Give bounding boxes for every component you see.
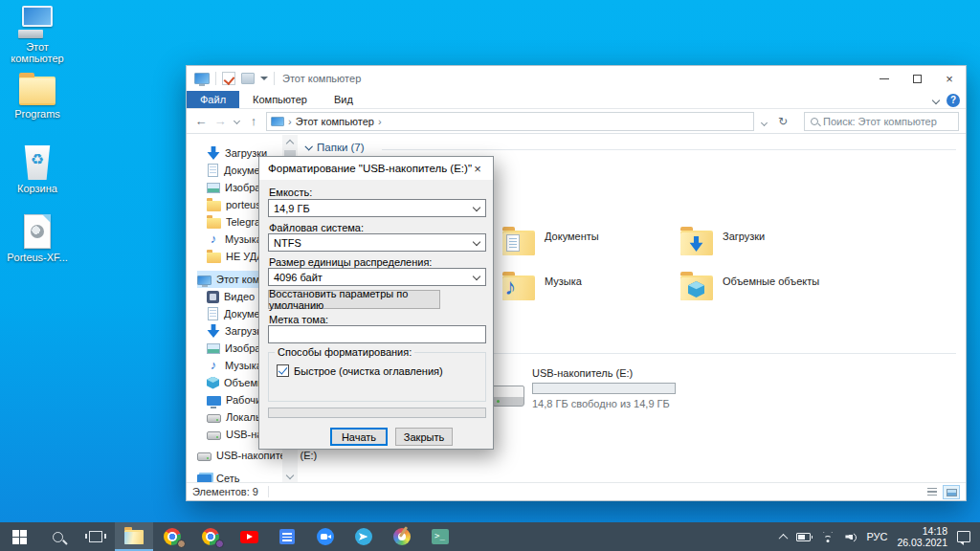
folder-icon — [680, 274, 713, 300]
nav-item[interactable]: ♪Музыка — [207, 231, 262, 248]
taskbar-button-task-view[interactable] — [77, 522, 115, 551]
taskbar-button-google-docs[interactable] — [268, 522, 306, 551]
quick-format-checkbox[interactable] — [277, 364, 289, 377]
taskbar-button-start[interactable] — [0, 522, 38, 551]
properties-icon[interactable] — [222, 72, 235, 85]
breadcrumb-root[interactable]: Этот компьютер — [296, 116, 374, 127]
taskbar-button-paint[interactable] — [383, 522, 421, 551]
tray-expand-icon[interactable] — [779, 533, 789, 542]
wifi-icon[interactable] — [820, 532, 835, 542]
taskbar: РУС 14:18 26.03.2021 — [0, 522, 980, 551]
nav-item[interactable]: ♪Музыка — [207, 357, 262, 374]
close-dialog-button[interactable]: Закрыть — [395, 428, 453, 446]
ribbon-collapse-icon[interactable] — [932, 96, 940, 103]
thumbnail-view-icon — [947, 489, 957, 496]
recycle-bin-icon — [23, 145, 52, 180]
search-icon — [53, 532, 63, 542]
scroll-down-icon[interactable] — [286, 472, 294, 479]
desktop-icon-recycle-bin[interactable]: Корзина — [4, 145, 71, 194]
title-bar: Этот компьютер × — [187, 66, 966, 91]
customize-toolbar-arrow-icon[interactable] — [260, 77, 268, 84]
document-icon — [208, 164, 218, 177]
taskbar-button-explorer[interactable] — [115, 522, 153, 551]
desktop-icon — [207, 396, 221, 406]
tab-вид[interactable]: Вид — [321, 91, 367, 108]
restore-defaults-button[interactable]: Восстановить параметры по умолчанию — [268, 290, 440, 309]
taskbar-button-zoom[interactable] — [306, 522, 345, 551]
quick-format-label: Быстрое (очистка оглавления) — [294, 365, 443, 377]
volume-input[interactable] — [268, 325, 486, 343]
desktop-icon-iso-file[interactable]: Porteus-XF... — [4, 214, 71, 263]
close-button[interactable]: × — [933, 66, 966, 91]
computer-icon — [197, 276, 212, 285]
nav-item[interactable]: porteus- — [207, 196, 264, 213]
breadcrumb[interactable]: › Этот компьютер › — [266, 112, 754, 131]
allocation-dropdown[interactable]: 4096 байт — [268, 268, 486, 286]
dialog-title: Форматирование "USB-накопитель (E:)" — [268, 163, 472, 174]
taskbar-button-search[interactable] — [38, 522, 77, 551]
folder-tile-label: Загрузки — [723, 231, 765, 242]
folder-icon — [502, 229, 535, 255]
folder-icon: ♪ — [502, 274, 535, 300]
nav-item-label: Музыка — [225, 233, 262, 245]
taskbar-button-telegram[interactable] — [345, 522, 383, 551]
back-button[interactable]: ← — [192, 115, 210, 127]
clock[interactable]: 14:18 26.03.2021 — [897, 525, 947, 548]
help-icon[interactable]: ? — [947, 94, 960, 107]
folder-tile-label: Документы — [545, 231, 599, 242]
minimize-button[interactable] — [868, 66, 901, 91]
nav-item[interactable]: Видео — [207, 288, 255, 305]
address-dropdown-icon[interactable] — [754, 115, 773, 128]
filesystem-dropdown[interactable]: NTFS — [268, 233, 486, 252]
up-button[interactable]: ↑ — [245, 115, 262, 127]
scroll-up-icon[interactable] — [286, 140, 294, 147]
forward-button[interactable]: → — [212, 115, 229, 127]
picture-icon — [207, 343, 220, 354]
new-folder-icon[interactable] — [241, 73, 255, 84]
recent-locations-icon[interactable] — [234, 118, 240, 124]
action-center-icon[interactable] — [957, 531, 970, 542]
taskbar-button-youtube[interactable] — [230, 522, 268, 551]
minimize-icon — [880, 78, 889, 79]
folder-tile-label: Музыка — [545, 276, 582, 287]
folder-tile[interactable]: Загрузки — [680, 229, 853, 255]
desktop-icon-this-pc[interactable]: Этот компьютер — [4, 6, 71, 64]
volume-label: Метка тома: — [269, 314, 328, 325]
capacity-dropdown[interactable]: 14,9 ГБ — [268, 199, 486, 217]
folders-group-header[interactable]: Папки (7) — [305, 142, 365, 153]
disk-icon — [207, 431, 221, 440]
search-box[interactable]: Поиск: Этот компьютер — [804, 112, 959, 131]
folder-tile[interactable]: ♪Музыка — [502, 274, 675, 300]
collapse-group-icon — [304, 143, 312, 150]
zoom-icon — [317, 528, 334, 545]
taskbar-button-chrome-profile-2[interactable] — [191, 522, 230, 551]
details-view-button[interactable] — [924, 485, 941, 499]
taskbar-button-terminal[interactable] — [421, 522, 459, 551]
refresh-icon[interactable]: ↻ — [773, 115, 792, 128]
google-docs-icon — [279, 529, 295, 544]
cube-icon — [207, 377, 219, 389]
details-view-icon — [927, 488, 937, 496]
language-indicator[interactable]: РУС — [866, 531, 887, 542]
dialog-close-button[interactable]: × — [462, 157, 493, 180]
chevron-down-icon — [473, 238, 480, 246]
search-placeholder: Поиск: Этот компьютер — [823, 116, 937, 127]
thumbnail-view-button[interactable] — [943, 485, 960, 499]
video-icon — [207, 291, 219, 303]
paint-icon — [393, 528, 411, 545]
maximize-button[interactable] — [901, 66, 933, 91]
folder-tile[interactable]: Объемные объекты — [680, 274, 853, 300]
nav-item-label: Видео — [224, 291, 255, 302]
folder-tile[interactable]: Документы — [502, 229, 675, 255]
tab-компьютер[interactable]: Компьютер — [239, 91, 321, 108]
battery-icon[interactable] — [796, 533, 811, 541]
desktop-icon-folder[interactable]: Programs — [4, 77, 71, 120]
start-button[interactable]: Начать — [330, 428, 388, 446]
system-tray: РУС 14:18 26.03.2021 — [780, 522, 980, 551]
folders-group-label: Папки (7) — [317, 142, 365, 153]
volume-icon[interactable] — [845, 532, 857, 542]
tab-файл[interactable]: Файл — [187, 91, 239, 108]
allocation-label: Размер единицы распределения: — [269, 256, 432, 268]
terminal-icon — [432, 529, 449, 544]
taskbar-button-chrome-profile-1[interactable] — [153, 522, 191, 551]
